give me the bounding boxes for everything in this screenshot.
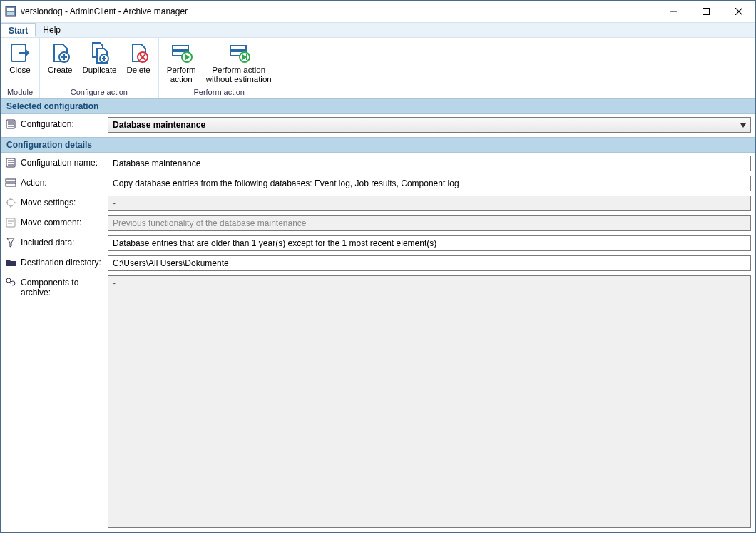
components-to-archive-label: Components to archive: <box>21 275 103 298</box>
components-to-archive-icon <box>5 277 16 288</box>
move-settings-field: - <box>108 196 751 211</box>
delete-button-label: Delete <box>126 66 150 75</box>
duplicate-icon <box>88 41 111 64</box>
section-header-selected-configuration: Selected configuration <box>1 98 755 114</box>
perform-action-no-estimation-icon <box>228 41 250 64</box>
configuration-name-label: Configuration name: <box>21 156 103 168</box>
move-settings-label: Move settings: <box>21 196 103 208</box>
app-icon <box>5 6 16 17</box>
menubar: Start Help <box>1 22 755 38</box>
close-module-icon <box>9 41 31 64</box>
perform-action-button-label: Perform action <box>167 66 196 84</box>
svg-point-42 <box>11 281 15 285</box>
configuration-icon <box>5 118 16 130</box>
svg-rect-21 <box>230 46 246 50</box>
configuration-label: Configuration: <box>21 117 103 129</box>
components-to-archive-field: - <box>108 275 751 528</box>
app-window: versiondog - AdminClient - Archive manag… <box>0 0 756 533</box>
included-data-field[interactable]: Database entries that are older than 1 y… <box>108 235 751 251</box>
move-comment-icon <box>5 217 16 228</box>
svg-point-41 <box>6 278 11 283</box>
delete-icon <box>127 41 150 64</box>
included-data-label: Included data: <box>21 235 103 248</box>
chevron-down-icon <box>740 120 746 130</box>
action-label: Action: <box>21 176 103 188</box>
destination-directory-label: Destination directory: <box>21 255 103 268</box>
configuration-name-icon <box>5 157 16 168</box>
ribbon-group-perform-label: Perform action <box>159 87 280 98</box>
close-window-button[interactable] <box>722 1 755 22</box>
ribbon-group-configure: Create Duplicate Delete Configure action <box>40 38 159 98</box>
action-icon <box>5 177 16 188</box>
section-header-configuration-details: Configuration details <box>1 137 755 153</box>
destination-directory-field[interactable]: C:\Users\All Users\Dokumente <box>108 255 751 271</box>
included-data-icon <box>5 237 16 248</box>
close-button-label: Close <box>9 66 30 75</box>
create-button[interactable]: Create <box>43 39 78 87</box>
configuration-select-value: Database maintenance <box>113 120 205 130</box>
minimize-button[interactable] <box>657 1 690 22</box>
move-comment-label: Move comment: <box>21 215 103 228</box>
svg-rect-36 <box>6 183 16 186</box>
svg-rect-2 <box>7 12 14 15</box>
svg-rect-1 <box>7 8 14 11</box>
ribbon-group-module: Close Module <box>1 38 40 98</box>
move-comment-field: Previous functionality of the database m… <box>108 215 751 231</box>
delete-button[interactable]: Delete <box>121 39 155 87</box>
svg-rect-38 <box>6 218 15 227</box>
close-button[interactable]: Close <box>4 39 36 87</box>
duplicate-button[interactable]: Duplicate <box>78 39 122 87</box>
perform-action-icon <box>170 41 193 64</box>
svg-line-43 <box>10 281 11 283</box>
titlebar: versiondog - AdminClient - Archive manag… <box>1 1 755 22</box>
destination-directory-icon <box>5 257 16 268</box>
ribbon-group-perform: Perform action Perform action without es… <box>159 38 280 98</box>
configuration-name-field[interactable]: Database maintenance <box>108 156 751 171</box>
svg-rect-4 <box>703 9 710 15</box>
ribbon-group-configure-label: Configure action <box>40 87 158 98</box>
tab-help[interactable]: Help <box>36 23 68 37</box>
perform-action-no-estimation-button-label: Perform action without estimation <box>206 66 272 84</box>
svg-marker-30 <box>740 123 746 128</box>
configuration-select[interactable]: Database maintenance <box>108 117 751 133</box>
move-settings-icon <box>5 197 16 208</box>
svg-rect-35 <box>6 179 16 182</box>
ribbon: Close Module Create Duplicate <box>1 38 755 98</box>
duplicate-button-label: Duplicate <box>83 66 117 75</box>
create-button-label: Create <box>48 66 73 75</box>
tab-start[interactable]: Start <box>1 23 36 37</box>
svg-point-37 <box>7 199 14 206</box>
window-title: versiondog - AdminClient - Archive manag… <box>21 6 188 16</box>
perform-action-button[interactable]: Perform action <box>162 39 201 87</box>
svg-rect-17 <box>173 46 188 50</box>
maximize-button[interactable] <box>690 1 722 22</box>
ribbon-group-module-label: Module <box>1 87 39 98</box>
create-icon <box>48 41 71 64</box>
perform-action-no-estimation-button[interactable]: Perform action without estimation <box>201 39 277 87</box>
action-field[interactable]: Copy database entries from the following… <box>108 176 751 191</box>
